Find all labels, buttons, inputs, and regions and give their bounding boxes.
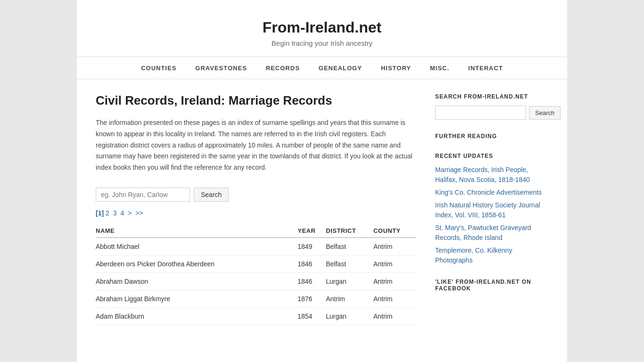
site-description: Begin tracing your Irish ancestry xyxy=(86,39,558,47)
pagination-last[interactable]: >> xyxy=(135,209,143,217)
sidebar-search-section: SEARCH FROM-IRELAND.NET Search xyxy=(435,93,548,120)
search-input[interactable] xyxy=(96,188,190,202)
nav-item-history[interactable]: HISTORY xyxy=(381,65,411,72)
pagination: [1] 2 3 4 > >> xyxy=(96,209,416,217)
cell-district: Lurgan xyxy=(326,307,373,325)
col-district: DISTRICT xyxy=(326,224,373,238)
cell-year: 1846 xyxy=(297,255,326,272)
pagination-next[interactable]: > xyxy=(128,209,132,217)
col-county: COUNTY xyxy=(373,224,416,238)
cell-district: Lurgan xyxy=(326,272,373,290)
cell-district: Belfast xyxy=(326,238,373,255)
nav-item-records[interactable]: RECORDS xyxy=(266,65,300,72)
table-row: Abbott Michael1849BelfastAntrim xyxy=(96,238,416,255)
site-nav: COUNTIES GRAVESTONES RECORDS GENEALOGY H… xyxy=(77,57,567,79)
sidebar-recent-link-1[interactable]: King's Co. Chronicle Advertisements xyxy=(435,188,548,197)
cell-name: Abraham Dawson xyxy=(96,272,297,290)
sidebar-further-reading-title: FURTHER READING xyxy=(435,133,548,140)
pagination-current[interactable]: [1] xyxy=(96,209,104,217)
pagination-page-3[interactable]: 3 xyxy=(113,209,117,217)
sidebar-recent-link-3[interactable]: St. Mary's, Pawtucket Graveyard Records,… xyxy=(435,223,548,243)
cell-district: Antrim xyxy=(326,290,373,307)
table-row: Aberdeen ors Picker Dorothea Aberdeen184… xyxy=(96,255,416,272)
table-row: Adam Blackburn1854LurganAntrim xyxy=(96,307,416,325)
main-content: Civil Records, Ireland: Marriage Records… xyxy=(96,93,416,325)
nav-item-gravestones[interactable]: GRAVESTONES xyxy=(195,65,247,72)
cell-county: Antrim xyxy=(373,255,416,272)
sidebar-further-reading-section: FURTHER READING xyxy=(435,133,548,140)
pagination-page-4[interactable]: 4 xyxy=(120,209,124,217)
site-header: From-Ireland.net Begin tracing your Iris… xyxy=(77,0,567,57)
table-row: Abraham Liggat Birkmyre1876AntrimAntrim xyxy=(96,290,416,307)
sidebar-search-form: Search xyxy=(435,106,548,120)
table-row: Abraham Dawson1846LurganAntrim xyxy=(96,272,416,290)
nav-item-interact[interactable]: INTERACT xyxy=(468,65,503,72)
nav-item-counties[interactable]: COUNTIES xyxy=(141,65,176,72)
sidebar-recent-link-0[interactable]: Marriage Records, Irish People, Halifax,… xyxy=(435,165,548,185)
cell-name: Aberdeen ors Picker Dorothea Aberdeen xyxy=(96,255,297,272)
nav-item-misc[interactable]: MISC. xyxy=(430,65,449,72)
cell-county: Antrim xyxy=(373,307,416,325)
sidebar-recent-link-2[interactable]: Irish Natural History Society Journal In… xyxy=(435,200,548,220)
sidebar-recent-updates-section: RECENT UPDATES Marriage Records, Irish P… xyxy=(435,153,548,265)
search-form: Search xyxy=(96,188,416,202)
sidebar-recent-links: Marriage Records, Irish People, Halifax,… xyxy=(435,165,548,265)
cell-year: 1876 xyxy=(297,290,326,307)
cell-district: Belfast xyxy=(326,255,373,272)
sidebar-search-title: SEARCH FROM-IRELAND.NET xyxy=(435,93,548,100)
cell-county: Antrim xyxy=(373,272,416,290)
col-year: YEAR xyxy=(297,224,326,238)
cell-name: Abraham Liggat Birkmyre xyxy=(96,290,297,307)
sidebar-recent-updates-title: RECENT UPDATES xyxy=(435,153,548,159)
intro-text: The information presented on these pages… xyxy=(96,117,416,173)
table-header: NAME YEAR DISTRICT COUNTY xyxy=(96,224,416,238)
pagination-page-2[interactable]: 2 xyxy=(106,209,109,217)
cell-year: 1849 xyxy=(297,238,326,255)
cell-name: Abbott Michael xyxy=(96,238,297,255)
sidebar-facebook-section: 'LIKE' FROM-IRELAND.NET ON FACEBOOK xyxy=(435,279,548,292)
cell-year: 1846 xyxy=(297,272,326,290)
cell-county: Antrim xyxy=(373,290,416,307)
content-area: Civil Records, Ireland: Marriage Records… xyxy=(77,93,567,325)
search-button[interactable]: Search xyxy=(194,188,229,202)
cell-year: 1854 xyxy=(297,307,326,325)
records-table: NAME YEAR DISTRICT COUNTY Abbott Michael… xyxy=(96,224,416,325)
sidebar: SEARCH FROM-IRELAND.NET Search FURTHER R… xyxy=(435,93,548,325)
sidebar-search-button[interactable]: Search xyxy=(529,106,561,120)
sidebar-recent-link-4[interactable]: Templemore, Co. Kilkenny Photographs xyxy=(435,246,548,265)
sidebar-facebook-title: 'LIKE' FROM-IRELAND.NET ON FACEBOOK xyxy=(435,279,548,292)
sidebar-search-input[interactable] xyxy=(435,106,526,120)
cell-name: Adam Blackburn xyxy=(96,307,297,325)
cell-county: Antrim xyxy=(373,238,416,255)
col-name: NAME xyxy=(96,224,297,238)
site-title: From-Ireland.net xyxy=(86,19,558,36)
nav-item-genealogy[interactable]: GENEALOGY xyxy=(319,65,362,72)
page-title: Civil Records, Ireland: Marriage Records xyxy=(96,93,416,108)
table-body: Abbott Michael1849BelfastAntrimAberdeen … xyxy=(96,238,416,325)
